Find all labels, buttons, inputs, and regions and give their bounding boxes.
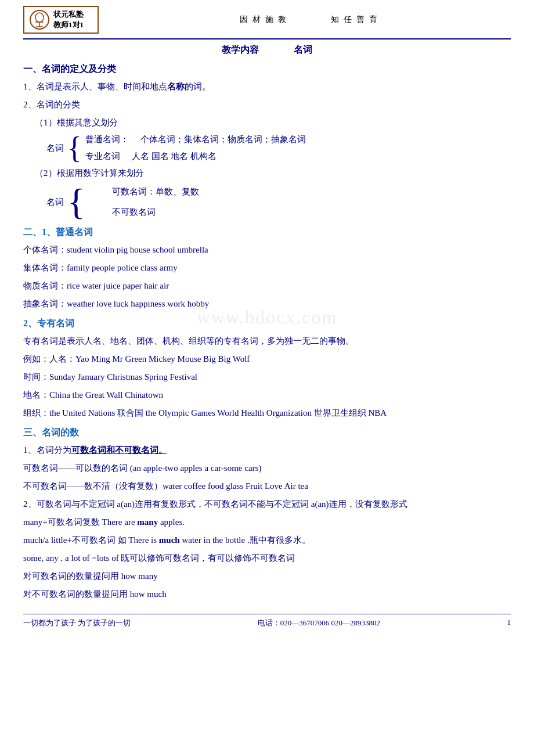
- diagram1-row1: 普通名词：个体名词；集体名词；物质名词；抽象名词: [85, 133, 306, 146]
- diagram2-row2: 不可数名词: [89, 206, 199, 219]
- section4-countable-def: 可数名词——可以数的名词 (an apple-two apples a car-…: [23, 460, 511, 476]
- section2-heading: 二、1、普通名词: [23, 226, 511, 239]
- section3-heading: 2、专有名词: [23, 318, 511, 330]
- diagram1-noun-label: 名词: [46, 143, 64, 154]
- footer-center: 电话：020—36707006 020—28933802: [258, 618, 380, 628]
- diagram1-rows: 普通名词：个体名词；集体名词；物质名词；抽象名词 专业名词人名 国名 地名 机构…: [85, 133, 306, 163]
- section4-some: some, any , a lot of =lots of 既可以修饰可数名词，…: [23, 550, 511, 566]
- diagram2-noun-label: 名词: [46, 197, 64, 208]
- header: 状元私塾 教师1对1 因材施教 知任善育: [23, 6, 511, 39]
- section1-line2: 2、名词的分类: [23, 97, 511, 113]
- section2-collective: 集体名词：family people police class army: [23, 260, 511, 276]
- diagram1-row2: 专业名词人名 国名 地名 机构名: [85, 150, 306, 163]
- section3-time: 时间：Sunday January Christmas Spring Festi…: [23, 369, 511, 385]
- logo-icon: [29, 9, 50, 30]
- section4-line2: 2、可数名词与不定冠词 a(an)连用有复数形式，不可数名词不能与不定冠词 a(…: [23, 496, 511, 512]
- page-title: 教学内容名词: [23, 44, 511, 56]
- diagram1: 名词 { 普通名词：个体名词；集体名词；物质名词；抽象名词 专业名词人名 国名 …: [46, 133, 511, 163]
- section1-sub1: （1）根据其意义划分: [35, 115, 511, 131]
- diagram1-brace: {: [67, 133, 82, 163]
- footer-right: 1: [507, 618, 511, 628]
- section3-def: 专有名词是表示人名、地名、团体、机构、组织等的专有名词，多为独一无二的事物。: [23, 333, 511, 349]
- section1-line1: 1、名词是表示人、事物、时间和地点名称的词。: [23, 79, 511, 95]
- svg-point-1: [35, 13, 44, 22]
- header-slogan: 因材施教 知任善育: [110, 15, 511, 25]
- section1-sub2: （2）根据用数字计算来划分: [35, 165, 511, 181]
- section4-line1: 1、名词分为可数名词和不可数名词。: [23, 442, 511, 458]
- section4-how-many: 对可数名词的数量提问用 how many: [23, 568, 511, 584]
- diagram2-rows: 可数名词：单数、复数 不可数名词: [89, 183, 199, 221]
- footer: 一切都为了孩子 为了孩子的一切 电话：020—36707006 020—2893…: [23, 614, 511, 628]
- footer-left: 一切都为了孩子 为了孩子的一切: [23, 618, 131, 628]
- diagram2-row1: 可数名词：单数、复数: [89, 185, 199, 199]
- section4-heading: 三、名词的数: [23, 427, 511, 439]
- section3-place: 地名：China the Great Wall Chinatown: [23, 387, 511, 403]
- section2-individual: 个体名词：student violin pig house school umb…: [23, 242, 511, 258]
- logo-box: 状元私塾 教师1对1: [23, 6, 99, 34]
- section2-material: 物质名词：rice water juice paper hair air: [23, 278, 511, 294]
- logo-text: 状元私塾 教师1对1: [53, 9, 84, 30]
- section2-abstract: 抽象名词：weather love luck happiness work ho…: [23, 296, 511, 312]
- section1-heading: 一、名词的定义及分类: [23, 63, 511, 75]
- diagram2: 名词 { 可数名词：单数、复数 不可数名词: [46, 183, 511, 221]
- diagram2-brace: {: [67, 183, 85, 221]
- section4-how-much: 对不可数名词的数量提问用 how much: [23, 586, 511, 602]
- section4-much: much/a little+不可数名词 如 There is much wate…: [23, 532, 511, 548]
- section3-person: 例如：人名：Yao Ming Mr Green Mickey Mouse Big…: [23, 351, 511, 367]
- section4-many: many+可数名词复数 There are many apples.: [23, 514, 511, 530]
- section3-org: 组织：the United Nations 联合国 the Olympic Ga…: [23, 405, 511, 421]
- section4-uncountable-def: 不可数名词——数不清（没有复数）water coffee food glass …: [23, 478, 511, 494]
